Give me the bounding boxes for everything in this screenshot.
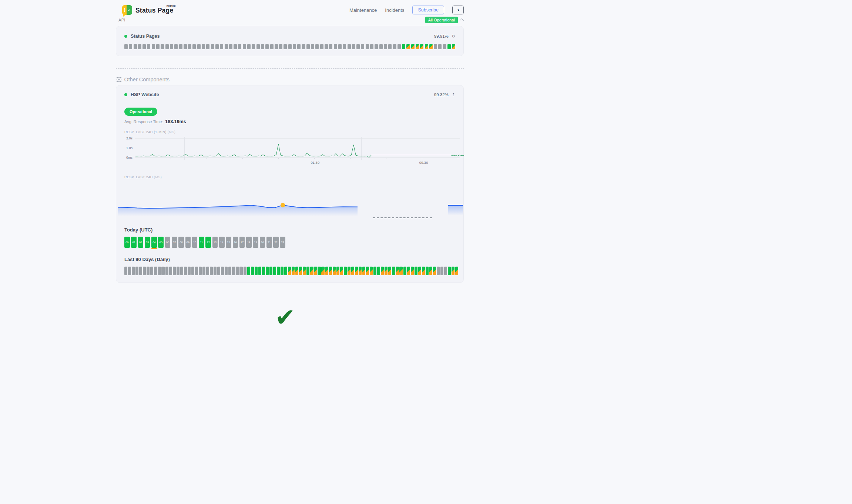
day-block[interactable] xyxy=(299,267,302,275)
uptime-bar[interactable] xyxy=(343,44,346,49)
day-block[interactable] xyxy=(344,267,347,275)
day-block[interactable] xyxy=(415,267,417,275)
day-block[interactable] xyxy=(251,267,254,275)
day-block[interactable] xyxy=(336,267,339,275)
day-block[interactable] xyxy=(381,267,384,275)
day-block[interactable] xyxy=(418,267,421,275)
hour-block-21[interactable]: 21 xyxy=(266,237,272,248)
uptime-bar[interactable] xyxy=(270,44,274,49)
hour-block-00[interactable]: 00 xyxy=(124,237,130,248)
hour-block-01[interactable]: 01 xyxy=(131,237,137,248)
uptime-bar[interactable] xyxy=(375,44,378,49)
day-block[interactable] xyxy=(440,267,443,275)
day-block[interactable] xyxy=(281,267,284,275)
uptime-bar[interactable] xyxy=(220,44,223,49)
uptime-bar[interactable] xyxy=(225,44,228,49)
day-block[interactable] xyxy=(407,267,410,275)
uptime-bar[interactable] xyxy=(129,44,132,49)
hour-block-15[interactable]: 15 xyxy=(226,237,231,248)
uptime-bar[interactable] xyxy=(356,44,360,49)
uptime-bar[interactable] xyxy=(388,44,392,49)
hour-block-14[interactable]: 14 xyxy=(219,237,225,248)
day-block[interactable] xyxy=(362,267,365,275)
day-block[interactable] xyxy=(340,267,343,275)
day-block[interactable] xyxy=(277,267,280,275)
uptime-bar[interactable] xyxy=(152,44,155,49)
day-block[interactable] xyxy=(306,267,309,275)
uptime-bar[interactable] xyxy=(320,44,323,49)
uptime-bar[interactable] xyxy=(452,44,455,49)
day-block[interactable] xyxy=(139,267,142,275)
uptime-bar[interactable] xyxy=(398,44,401,49)
uptime-bar[interactable] xyxy=(348,44,351,49)
day-block[interactable] xyxy=(135,267,138,275)
uptime-bar[interactable] xyxy=(184,44,187,49)
day-block[interactable] xyxy=(266,267,269,275)
day-block[interactable] xyxy=(444,267,447,275)
day-block[interactable] xyxy=(385,267,388,275)
day-block[interactable] xyxy=(321,267,324,275)
refresh-icon[interactable]: ↻ xyxy=(452,34,455,38)
uptime-bar[interactable] xyxy=(315,44,319,49)
uptime-bar[interactable] xyxy=(429,44,433,49)
uptime-bar[interactable] xyxy=(329,44,332,49)
uptime-bar[interactable] xyxy=(352,44,355,49)
nav-incidents[interactable]: Incidents xyxy=(385,7,404,13)
uptime-bar[interactable] xyxy=(393,44,396,49)
uptime-bar[interactable] xyxy=(438,44,442,49)
day-block[interactable] xyxy=(202,267,205,275)
day-block[interactable] xyxy=(262,267,265,275)
day-block[interactable] xyxy=(158,267,161,275)
uptime-bar[interactable] xyxy=(165,44,169,49)
day-block[interactable] xyxy=(411,267,414,275)
day-block[interactable] xyxy=(392,267,395,275)
uptime-bar[interactable] xyxy=(420,44,423,49)
hour-block-09[interactable]: 09 xyxy=(185,237,191,248)
uptime-bar[interactable] xyxy=(275,44,278,49)
uptime-bar[interactable] xyxy=(142,44,146,49)
day-block[interactable] xyxy=(147,267,150,275)
day-block[interactable] xyxy=(221,267,224,275)
uptime-bar[interactable] xyxy=(188,44,191,49)
day-block[interactable] xyxy=(403,267,406,275)
component-row-hsp-website[interactable]: HSP Website 99.32% ⇡ xyxy=(124,92,455,97)
uptime-bar[interactable] xyxy=(406,44,410,49)
component-row-status-pages[interactable]: Status Pages 99.91% ↻ xyxy=(124,34,455,39)
hour-block-19[interactable]: 19 xyxy=(253,237,258,248)
hour-block-02[interactable]: 02 xyxy=(138,237,144,248)
uptime-bar[interactable] xyxy=(443,44,446,49)
day-block[interactable] xyxy=(359,267,362,275)
uptime-bar[interactable] xyxy=(192,44,196,49)
uptime-bar[interactable] xyxy=(302,44,305,49)
hour-block-04[interactable]: 04 xyxy=(151,237,157,248)
day-block[interactable] xyxy=(188,267,191,275)
day-block[interactable] xyxy=(177,267,180,275)
hour-block-17[interactable]: 17 xyxy=(239,237,245,248)
day-block[interactable] xyxy=(232,267,235,275)
day-block[interactable] xyxy=(165,267,168,275)
uptime-bar[interactable] xyxy=(215,44,219,49)
uptime-bar[interactable] xyxy=(416,44,419,49)
nav-maintenance[interactable]: Maintenance xyxy=(349,7,377,13)
uptime-bar[interactable] xyxy=(284,44,287,49)
day-block[interactable] xyxy=(314,267,317,275)
day-block[interactable] xyxy=(169,267,172,275)
day-block[interactable] xyxy=(161,267,164,275)
uptime-bar[interactable] xyxy=(279,44,282,49)
day-block[interactable] xyxy=(455,267,458,275)
day-block[interactable] xyxy=(295,267,298,275)
uptime-bar[interactable] xyxy=(297,44,301,49)
uptime-bar[interactable] xyxy=(325,44,328,49)
day-block[interactable] xyxy=(355,267,358,275)
uptime-bar[interactable] xyxy=(425,44,428,49)
day-block[interactable] xyxy=(132,267,135,275)
day-block[interactable] xyxy=(217,267,220,275)
uptime-bar[interactable] xyxy=(170,44,173,49)
day-block[interactable] xyxy=(195,267,198,275)
day-block[interactable] xyxy=(288,267,291,275)
uptime-bar[interactable] xyxy=(211,44,214,49)
hour-block-18[interactable]: 18 xyxy=(246,237,252,248)
day-block[interactable] xyxy=(284,267,287,275)
day-block[interactable] xyxy=(124,267,127,275)
day-block[interactable] xyxy=(292,267,295,275)
